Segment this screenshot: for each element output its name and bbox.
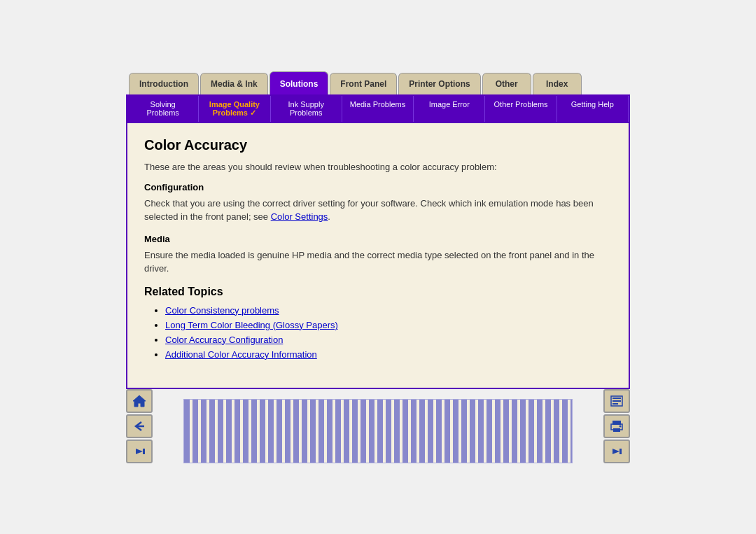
tab-index[interactable]: Index (533, 73, 582, 94)
list-item: Additional Color Accuracy Information (165, 349, 612, 360)
section-text-configuration: Check that you are using the correct dri… (144, 197, 612, 224)
subtab-getting-help[interactable]: Getting Help (557, 96, 629, 122)
link-color-consistency[interactable]: Color Consistency problems (165, 305, 279, 316)
sub-nav: Solving Problems Image Quality Problems … (126, 94, 630, 123)
tab-front-panel[interactable]: Front Panel (330, 73, 397, 94)
tab-solutions[interactable]: Solutions (270, 71, 329, 94)
link-additional-color-accuracy[interactable]: Additional Color Accuracy Information (165, 349, 317, 360)
subtab-image-quality[interactable]: Image Quality Problems ✓ (199, 96, 270, 122)
color-settings-link[interactable]: Color Settings (271, 211, 328, 222)
next-button[interactable] (603, 440, 630, 463)
related-topics-heading: Related Topics (144, 286, 612, 298)
svg-rect-5 (612, 400, 621, 402)
next-icon (609, 444, 624, 458)
svg-marker-0 (133, 395, 146, 407)
list-item: Long Term Color Bleeding (Glossy Papers) (165, 320, 612, 330)
app-container: Introduction Media & Ink Solutions Front… (126, 71, 630, 463)
svg-point-10 (620, 425, 622, 427)
section-heading-configuration: Configuration (144, 182, 612, 192)
related-topics-list: Color Consistency problems Long Term Col… (144, 305, 612, 360)
subtab-other-problems[interactable]: Other Problems (485, 96, 556, 122)
forward-button[interactable] (126, 440, 153, 463)
link-color-bleeding[interactable]: Long Term Color Bleeding (Glossy Papers) (165, 320, 338, 330)
nav-right (603, 389, 630, 463)
link-color-accuracy-config[interactable]: Color Accuracy Configuration (165, 335, 283, 345)
svg-marker-11 (612, 449, 620, 454)
svg-rect-6 (612, 403, 618, 405)
svg-marker-1 (136, 449, 143, 454)
page-title: Color Accuracy (144, 137, 612, 153)
section-text-media: Ensure the media loaded is genuine HP me… (144, 248, 612, 276)
subtab-media-problems[interactable]: Media Problems (342, 96, 414, 122)
intro-text: These are the areas you should review wh… (144, 162, 612, 172)
tab-media-ink[interactable]: Media & Ink (200, 73, 268, 94)
contents-button[interactable] (603, 389, 630, 413)
svg-rect-4 (612, 398, 621, 399)
tab-other[interactable]: Other (482, 73, 531, 94)
forward-icon (132, 444, 147, 458)
house-icon (132, 394, 147, 408)
main-content: Color Accuracy These are the areas you s… (126, 123, 630, 389)
subtab-image-error[interactable]: Image Error (414, 96, 485, 122)
section-heading-media: Media (144, 234, 612, 244)
contents-icon (609, 394, 624, 408)
print-button[interactable] (603, 414, 630, 438)
back-icon (132, 419, 147, 433)
svg-rect-2 (143, 449, 145, 454)
home-button[interactable] (126, 389, 153, 413)
list-item: Color Consistency problems (165, 305, 612, 316)
svg-rect-9 (613, 428, 620, 432)
subtab-ink-supply[interactable]: Ink Supply Problems (271, 96, 342, 122)
svg-rect-12 (620, 449, 622, 454)
nav-left (126, 389, 153, 463)
spiral-binding (183, 399, 573, 463)
tab-introduction[interactable]: Introduction (129, 73, 199, 94)
tab-printer-options[interactable]: Printer Options (398, 73, 480, 94)
subtab-solving-problems[interactable]: Solving Problems (127, 96, 199, 122)
back-button[interactable] (126, 414, 153, 438)
top-tabs: Introduction Media & Ink Solutions Front… (126, 71, 630, 94)
list-item: Color Accuracy Configuration (165, 335, 612, 345)
print-icon (609, 419, 624, 433)
bottom-section (126, 389, 630, 463)
